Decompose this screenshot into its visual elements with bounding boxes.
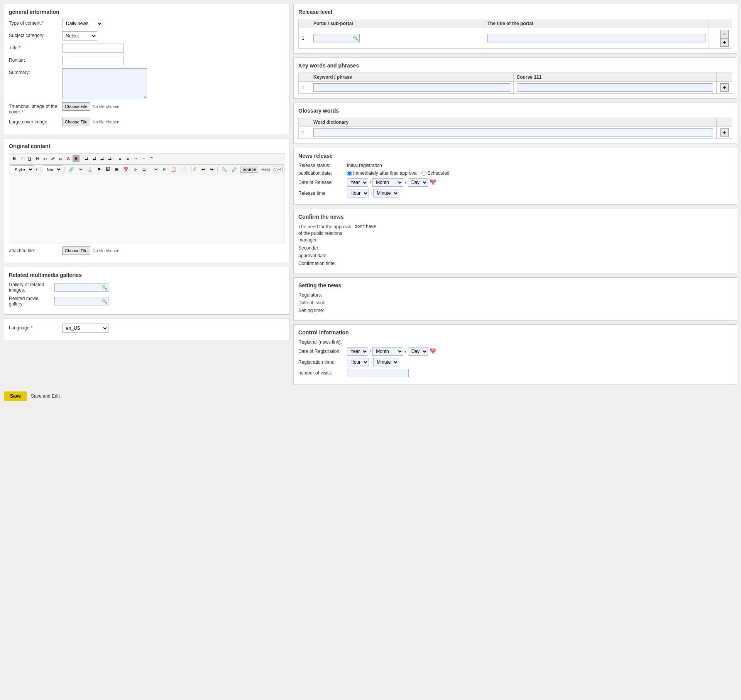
- save-button[interactable]: Save: [4, 391, 27, 401]
- superscript-btn[interactable]: x²: [49, 155, 56, 162]
- pub-immediately-label[interactable]: Immediately after final approval: [347, 170, 418, 176]
- release-hour-select[interactable]: Hour: [347, 189, 369, 197]
- release-slash1: /: [370, 180, 371, 185]
- reg-day-select[interactable]: Day: [408, 347, 428, 356]
- release-year-select[interactable]: Year: [347, 178, 368, 187]
- gallery-movie-input[interactable]: [54, 297, 108, 305]
- gallery-movie-search-icon[interactable]: 🔍: [102, 299, 107, 304]
- italic2-btn[interactable]: Ix: [57, 155, 64, 162]
- subject-category-select[interactable]: Select Category 1 Category 2: [62, 31, 97, 40]
- indent-in-btn[interactable]: →: [132, 155, 139, 162]
- quote-btn[interactable]: ❞: [148, 155, 155, 162]
- find-btn[interactable]: 🔍: [220, 166, 228, 173]
- editor-area[interactable]: [9, 174, 284, 243]
- align-center-btn[interactable]: ⇄: [91, 155, 98, 162]
- justify-btn[interactable]: ⇄: [106, 155, 113, 162]
- italic-btn[interactable]: I: [19, 155, 25, 162]
- release-portal-search-icon[interactable]: 🔍: [353, 35, 359, 41]
- glos-row-num: 1: [299, 127, 310, 139]
- language-label: Language:*: [9, 324, 59, 331]
- calendar-btn[interactable]: 📅: [122, 166, 130, 173]
- flag-btn[interactable]: ⚑: [96, 166, 103, 173]
- pub-scheduled-radio[interactable]: [421, 171, 426, 176]
- setting-news-title: Setting the news: [298, 282, 732, 288]
- align-left-btn[interactable]: ⇄: [83, 155, 90, 162]
- glos-word-input[interactable]: [313, 128, 713, 137]
- align-right-btn[interactable]: ⇄: [98, 155, 105, 162]
- styles-select[interactable]: Styles: [11, 165, 34, 173]
- language-select[interactable]: en_US ar_AR fr_FR: [62, 324, 108, 333]
- kw-plus-btn[interactable]: +: [720, 83, 729, 92]
- seconder-row: Seconder:: [298, 245, 732, 251]
- gallery-images-search-icon[interactable]: 🔍: [102, 285, 107, 290]
- release-minus-btn[interactable]: −: [720, 30, 729, 38]
- copy-btn[interactable]: ⎘: [161, 166, 168, 173]
- release-time-selects: Hour : Minute: [347, 189, 399, 197]
- thumbnail-choose-file-btn[interactable]: Choose File: [62, 102, 90, 111]
- table-row: 1 🔍 −: [299, 28, 732, 49]
- type-of-content-select[interactable]: Daily news Article Press release: [62, 19, 103, 28]
- general-info-title: general information: [9, 9, 284, 15]
- paste-text-btn[interactable]: 📄: [179, 166, 188, 173]
- date-reg-selects: Year / Month / Day 📅: [347, 347, 436, 356]
- release-plus-btn[interactable]: +: [720, 38, 729, 47]
- smiley-btn[interactable]: ☺: [132, 166, 139, 173]
- summary-textarea[interactable]: [62, 68, 147, 99]
- kw-keyword-input[interactable]: [313, 83, 510, 92]
- reg-minute-select[interactable]: Minute: [373, 358, 399, 366]
- image-btn[interactable]: 🖼: [104, 166, 112, 173]
- attached-file-choose-btn[interactable]: Choose File: [62, 246, 90, 255]
- reg-month-select[interactable]: Month: [372, 347, 403, 356]
- underline-btn[interactable]: U: [26, 155, 33, 162]
- title-input[interactable]: [62, 44, 124, 53]
- gallery-images-input[interactable]: [54, 283, 108, 292]
- release-title-input[interactable]: [487, 34, 705, 42]
- source-btn[interactable]: Source: [240, 166, 258, 173]
- release-calendar-icon[interactable]: 📅: [430, 179, 436, 186]
- visits-input[interactable]: [347, 369, 409, 377]
- reg-year-select[interactable]: Year: [347, 347, 368, 356]
- bold-btn[interactable]: B: [11, 155, 18, 162]
- large-cover-choose-file-btn[interactable]: Choose File: [62, 118, 90, 126]
- paste-word-btn[interactable]: 📝: [189, 166, 198, 173]
- cut-btn[interactable]: ✂: [152, 166, 159, 173]
- indent-out-btn[interactable]: ←: [140, 155, 147, 162]
- font-a-btn[interactable]: A: [65, 155, 72, 162]
- table-btn[interactable]: ⊞: [113, 166, 120, 173]
- keywords-table: Keyword / phrase Course 111 1: [298, 73, 732, 94]
- title-row: Title:*: [9, 44, 284, 53]
- reg-time-selects: Hour : Minute: [347, 358, 399, 366]
- registrar-row: Registrar (news link):: [298, 339, 732, 345]
- glos-plus-btn[interactable]: +: [720, 128, 729, 137]
- release-slash2: /: [405, 180, 406, 185]
- pub-scheduled-label[interactable]: Scheduled: [421, 170, 450, 176]
- release-portal-wrap: 🔍: [313, 34, 360, 42]
- unlink-btn[interactable]: ✂: [77, 166, 84, 173]
- kw-course-input[interactable]: [517, 83, 714, 92]
- omega-btn[interactable]: Ω: [140, 166, 147, 173]
- undo-btn[interactable]: ↩: [200, 166, 206, 173]
- release-month-select[interactable]: Month: [372, 178, 403, 187]
- redo-btn[interactable]: ↪: [208, 166, 215, 173]
- roniter-input[interactable]: [62, 56, 124, 65]
- none-select[interactable]: None: [43, 165, 62, 173]
- font-a2-btn[interactable]: A: [73, 155, 80, 162]
- list1-btn[interactable]: ≡: [117, 155, 124, 162]
- release-day-select[interactable]: Day: [408, 178, 428, 187]
- reg-calendar-icon[interactable]: 📅: [430, 348, 436, 354]
- list2-btn[interactable]: ≡: [124, 155, 131, 162]
- reg-hour-select[interactable]: Hour: [347, 358, 369, 366]
- general-info-panel: general information Type of content:* Da…: [4, 4, 289, 134]
- anchor-btn[interactable]: ⚓: [86, 166, 94, 173]
- save-edit-button[interactable]: Save and Edit: [31, 393, 60, 399]
- find2-btn[interactable]: 🔎: [230, 166, 239, 173]
- release-minute-select[interactable]: Minute: [373, 189, 399, 197]
- pub-immediately-radio[interactable]: [347, 171, 352, 176]
- paste-btn[interactable]: 📋: [169, 166, 178, 173]
- regulators-label: Regulators:: [298, 292, 345, 298]
- subscript-btn[interactable]: x₂: [42, 155, 49, 162]
- pub-date-label: publication date:: [298, 170, 345, 176]
- strikethrough-btn[interactable]: S: [34, 155, 41, 162]
- link-btn[interactable]: 🔗: [67, 166, 76, 173]
- help-shortcut: Alt+I: [272, 167, 283, 172]
